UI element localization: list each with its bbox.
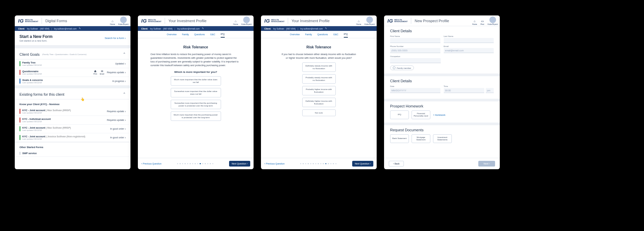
brand-logo: IG WEALTH MANAGEMENT — [18, 18, 38, 24]
answer-option[interactable]: Somewhat more important that the purchas… — [171, 100, 221, 109]
answer-option[interactable]: Definitely higher income with fluctuatio… — [302, 98, 336, 107]
email-button[interactable]: ✉Email — [100, 70, 104, 75]
answer-option[interactable]: Probably steady income with no fluctuati… — [302, 74, 336, 84]
answer-option[interactable]: Probably higher income with fluctuation — [302, 86, 336, 95]
occupation-field[interactable] — [390, 58, 441, 63]
form-row[interactable]: KYC - Joint account | Max Sullivan (RRSP… — [15, 125, 130, 133]
form-swp[interactable]: SWP service — [15, 150, 130, 157]
form-row[interactable]: KYC - Joint account | Jessica Sullivan (… — [15, 133, 130, 142]
edit-icon[interactable]: ✎ — [202, 27, 204, 30]
first-name-field[interactable] — [390, 38, 440, 43]
goal-item-questionnaire[interactable]: Questionnaire Last updated 03/12/18 🖶Pri… — [15, 68, 130, 77]
answer-option[interactable]: Not sure — [302, 109, 336, 116]
progress-dot[interactable] — [335, 163, 337, 165]
tab-questions[interactable]: Questions — [317, 32, 328, 37]
edit-icon[interactable]: ✎ — [325, 27, 327, 30]
edit-icon[interactable]: ✎ — [79, 27, 81, 30]
homework-quiz-tile[interactable]: Financial Personality Quiz — [412, 110, 430, 119]
doc-bank-tile[interactable]: Bank Statement — [390, 134, 409, 143]
progress-dot[interactable] — [205, 163, 206, 165]
nav-prez[interactable]: ▭Prez — [480, 20, 484, 25]
progress-dot[interactable] — [305, 163, 307, 165]
progress-dot[interactable] — [177, 163, 178, 165]
progress-dot[interactable] — [195, 163, 196, 165]
goal-item-goals-concerns[interactable]: Goals & concerns Last updated 03/12/18 I… — [15, 77, 130, 86]
progress-dot[interactable] — [315, 163, 317, 165]
progress-dot[interactable] — [184, 163, 186, 165]
time-field[interactable] — [444, 88, 485, 93]
progress-dot[interactable] — [200, 163, 201, 165]
progress-dot[interactable] — [318, 163, 319, 165]
progress-dot[interactable] — [197, 163, 199, 165]
presentation-icon: ▭ — [481, 20, 484, 23]
email-field[interactable] — [444, 48, 494, 53]
next-question-button[interactable]: Next Question› — [352, 161, 373, 167]
answer-option[interactable]: Much more important that the purchasing … — [171, 111, 221, 121]
progress-dot[interactable] — [187, 163, 189, 165]
tab-overview[interactable]: Overview — [167, 32, 176, 37]
progress-dot[interactable] — [182, 163, 183, 165]
phone-field[interactable] — [390, 48, 440, 53]
progress-dot[interactable] — [192, 163, 194, 165]
form-row[interactable]: KYC - Joint account | Max Sullivan (RRSP… — [15, 107, 130, 116]
tab-family[interactable]: Family — [305, 32, 312, 37]
form-row[interactable]: KYC - Individual accountLast updated 03/… — [15, 116, 130, 125]
progress-dot[interactable] — [300, 163, 302, 165]
time-ampm-field[interactable] — [486, 88, 494, 93]
print-button[interactable]: 🖶Print — [93, 70, 97, 75]
existing-forms-header[interactable]: Existing forms for this client ⌃ — [15, 86, 130, 99]
avatar — [489, 16, 496, 23]
progress-dot[interactable] — [328, 163, 329, 165]
tab-gc[interactable]: G&C — [210, 32, 215, 37]
progress-dots — [161, 163, 229, 165]
progress-dot[interactable] — [308, 163, 309, 165]
progress-dot[interactable] — [323, 163, 324, 165]
tab-gc[interactable]: G&C — [333, 32, 338, 37]
tab-overview[interactable]: Overview — [290, 32, 300, 37]
user-menu[interactable]: Kobe Bryant — [365, 16, 375, 25]
next-question-button[interactable]: Next Question› — [229, 161, 250, 167]
user-menu[interactable]: Kobe Bryant — [241, 16, 252, 25]
back-button[interactable]: ‹ Back — [389, 161, 404, 167]
previous-question-button[interactable]: ‹Previous Question — [141, 162, 161, 165]
last-name-field[interactable] — [444, 38, 494, 43]
user-menu[interactable]: Kobe Bryant — [488, 16, 498, 25]
homework-ipq-tile[interactable]: IPQ — [390, 110, 409, 119]
tab-ipq[interactable]: IPQ — [221, 31, 225, 38]
answer-option[interactable]: Somewhat more important that the dollar … — [171, 88, 221, 97]
add-homework-link[interactable]: + Homework — [433, 114, 445, 116]
progress-dot[interactable] — [325, 163, 327, 165]
progress-dot[interactable] — [207, 163, 209, 165]
client-email[interactable]: Ivy.sullivan@email.com — [54, 28, 77, 30]
progress-dot[interactable] — [212, 163, 214, 165]
progress-dot[interactable] — [310, 163, 312, 165]
next-button[interactable]: Next › — [478, 161, 495, 167]
progress-dot[interactable] — [313, 163, 314, 165]
nav-home[interactable]: ⌂ Home — [110, 20, 115, 25]
family-member-chip[interactable]: Family member — [390, 65, 414, 70]
answer-option[interactable]: Definitely steady income with no fluctua… — [302, 62, 336, 72]
nav-home[interactable]: ⌂Home — [233, 20, 238, 25]
goal-item-family-tree[interactable]: Family Tree Last updated 03/12/18 Update… — [15, 59, 130, 68]
progress-dot[interactable] — [333, 163, 334, 165]
progress-dot[interactable] — [202, 163, 204, 165]
nav-home[interactable]: ⌂Home — [356, 20, 361, 25]
progress-dot[interactable] — [330, 163, 332, 165]
answer-option[interactable]: Much more important that the dollar valu… — [171, 76, 221, 86]
progress-dot[interactable] — [320, 163, 322, 165]
progress-dot[interactable] — [190, 163, 191, 165]
date-field[interactable] — [390, 88, 440, 93]
user-menu[interactable]: Kobe Bryant — [118, 16, 128, 25]
previous-question-button[interactable]: ‹Previous Question — [264, 162, 284, 165]
progress-dot[interactable] — [179, 163, 181, 165]
client-goals-header[interactable]: Client Goals (Family Tree › Questionnair… — [15, 46, 130, 59]
tab-ipq[interactable]: IPQ — [344, 31, 348, 38]
progress-dot[interactable] — [303, 163, 304, 165]
doc-investment-tile[interactable]: Investment Statements — [433, 134, 452, 143]
search-form-link[interactable]: Search for a form › — [105, 37, 126, 40]
progress-dot[interactable] — [210, 163, 211, 165]
nav-home[interactable]: ⌂Home — [472, 20, 477, 25]
doc-mortgage-tile[interactable]: Mortgage Statement — [412, 134, 430, 143]
tab-questions[interactable]: Questions — [194, 32, 205, 37]
tab-family[interactable]: Family — [182, 32, 189, 37]
